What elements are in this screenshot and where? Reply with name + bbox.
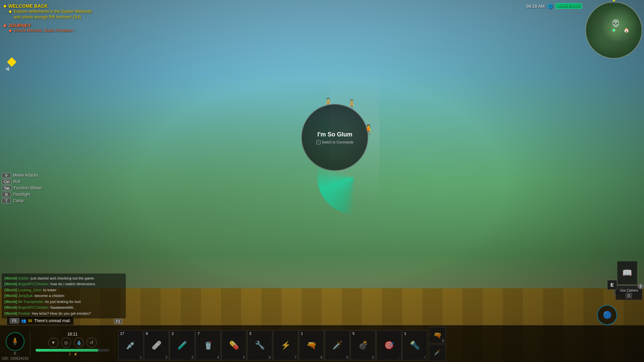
key-v: V — [2, 173, 11, 178]
equip-slot-secondary[interactable]: 🗡️ — [429, 344, 446, 361]
f1-hint: F1 — [114, 318, 122, 324]
chat-text-1: just started and checking out the game — [31, 276, 94, 280]
keybinds-panel: V Melee Attacks Ctrl Roll Tab Function W… — [2, 173, 42, 204]
slot-11-num: - — [399, 356, 400, 359]
minimap-landmark: 💀 — [611, 19, 620, 28]
chat-tag-1: [World] — [4, 276, 17, 280]
spawn-icon: ⚡ — [73, 352, 77, 356]
slot-5-num: 5 — [243, 356, 245, 359]
chat-text-6: faaaawwwkkk.. — [50, 305, 75, 309]
slot-4-count: 7 — [198, 331, 200, 336]
minimap-player — [612, 29, 615, 32]
journey-section: ◆ JOURNEY ◆ Unlock Memetic: Basic Furnit… — [3, 23, 96, 33]
game-time: 16:11 — [67, 332, 77, 337]
diamond-icon-1: ◆ — [3, 4, 6, 8]
slot-3-count: 2 — [172, 331, 174, 336]
chat-text-7: Hey kriss? How do you get emotes? — [32, 311, 91, 315]
compass-icon-1: ▼ — [48, 338, 58, 348]
use-ciphers-button[interactable]: 6 Use Ciphers O — [615, 286, 642, 300]
label-melee: Melee Attacks — [13, 173, 38, 178]
chat-name-2: AngryKFCChicken: — [18, 282, 50, 286]
chat-text-3: to tower — [43, 288, 56, 292]
e-interact-button[interactable]: E — [607, 280, 617, 290]
interaction-wheel[interactable]: 🧍 🧍 🧍 I'm So Glum □ Switch to Commands — [301, 104, 368, 171]
journey-sub: ◆ Unlock Memetic: Basic Furniture I — [9, 28, 96, 33]
hotbar-slots: 17 💉 1 6 🩹 2 2 🧪 3 7 — [115, 325, 427, 362]
use-ciphers-label: Use Ciphers — [619, 289, 639, 292]
player-level-row: 🧍 ⚡ — [68, 352, 77, 356]
status-area: 16:11 ▼ ◎ 💧 ↺ 🧍 ⚡ — [31, 330, 114, 358]
minimap[interactable]: 💀 🏠 — [585, 2, 642, 59]
switch-text: □ Switch to Commands — [316, 140, 354, 144]
chat-text-2: how do i switch dimensions — [50, 282, 95, 286]
health-bar-container — [36, 349, 109, 352]
game-background: 🧍 🧍 🧍 I'm So Glum □ Switch to Commands ◆… — [0, 0, 644, 362]
minimap-container[interactable]: 💀 🏠 ◆ — [585, 2, 642, 59]
uid-text: UID: 150024193 — [2, 356, 29, 360]
slot-7-icon: ⚡ — [281, 341, 291, 350]
player-icon: 🧍 — [10, 337, 19, 346]
keybind-roll: Ctrl Roll — [2, 179, 42, 184]
hotbar-slot-9[interactable]: 🗡️ 9 — [325, 330, 350, 360]
slot-12-num: = — [424, 356, 426, 359]
world-badge: World B-Safe — [555, 3, 582, 9]
hotbar-slot-12[interactable]: 1 🔦 = — [402, 330, 427, 360]
label-function-wheel: Function Wheel — [14, 186, 42, 190]
chat-tag-4: [World] — [4, 294, 17, 298]
slot-9-icon: 🗡️ — [332, 341, 342, 350]
chat-msg-5: [World] Mr.Transphobe: im just looking f… — [4, 299, 123, 305]
chat-text-5: im just looking for loot — [45, 300, 80, 304]
hotbar-slot-6[interactable]: 3 🔧 6 — [247, 330, 272, 360]
hotbar-slot-3[interactable]: 2 🧪 3 — [170, 330, 195, 360]
world-globe-icon: 🌐 — [547, 4, 553, 9]
hotbar-slot-1[interactable]: 17 💉 1 — [118, 330, 143, 360]
slot-1-count: 17 — [120, 331, 124, 336]
chat-name-4: JongSuk: — [18, 294, 34, 298]
hotbar-slot-2[interactable]: 6 🩹 2 — [144, 330, 169, 360]
keybind-flashlight: N Flashlight — [2, 192, 42, 197]
mail-notification[interactable]: F5 👥 ✉ There's unread mail. — [7, 316, 74, 325]
slot-2-count: 6 — [146, 331, 148, 336]
key-t: T — [2, 198, 11, 203]
key-n: N — [2, 192, 11, 197]
chat-tag-2: [World] — [4, 282, 17, 286]
toolbar-player-section: 🧍 B — [0, 330, 30, 357]
chat-tag-3: [World] — [4, 288, 17, 292]
label-roll: Roll — [13, 179, 20, 184]
equip-slot-gun[interactable]: 🔫 E — [429, 327, 446, 344]
player-status-ring: 🧍 — [6, 332, 24, 351]
welcome-back-title: ◆ WELCOME BACK — [3, 3, 96, 9]
chat-msg-1: [World] bobbb: just started and checking… — [4, 276, 123, 281]
group-icon: 👥 — [21, 318, 26, 323]
player-label: 🧍 — [68, 352, 72, 356]
chat-box: [World] bobbb: just started and checking… — [2, 274, 126, 319]
wheel-content: I'm So Glum □ Switch to Commands — [316, 131, 354, 144]
switch-icon: □ — [316, 140, 321, 144]
slot-12-icon: 🔦 — [410, 341, 420, 350]
hotbar-slot-5[interactable]: 💊 5 — [221, 330, 247, 360]
hotbar-slot-7[interactable]: ⚡ 7 — [273, 330, 298, 360]
compass-icon-2: ◎ — [61, 338, 71, 348]
hotbar-slot-10[interactable]: 5 💣 0 — [351, 330, 376, 360]
journey-title: ◆ JOURNEY — [3, 23, 96, 28]
compass-icon-4: ↺ — [87, 338, 97, 348]
hotbar-slot-11[interactable]: 🎯 - — [376, 330, 401, 360]
key-ctrl: Ctrl — [2, 179, 11, 184]
toolbar-inner: 🧍 B 16:11 ▼ ◎ 💧 ↺ — [0, 325, 644, 362]
slot-9-num: 9 — [346, 356, 348, 359]
quest-arrow: ◀ — [5, 65, 9, 72]
npc-name: I'm So Glum — [316, 131, 354, 138]
secondary-icon: 🗡️ — [434, 349, 441, 356]
welcome-back-section: ◆ WELCOME BACK ◆ Explore settlements in … — [3, 3, 96, 20]
slot-3-num: 3 — [191, 356, 193, 359]
slot-1-num: 1 — [140, 356, 142, 359]
chat-msg-4: [World] JongSuk: become a chicken — [4, 293, 123, 299]
hotbar-slot-4[interactable]: 7 🥤 4 — [196, 330, 221, 360]
health-bar — [36, 349, 109, 352]
chat-msg-3: [World] Looking_Grim: to tower — [4, 287, 123, 293]
wheel-outer[interactable]: I'm So Glum □ Switch to Commands — [301, 104, 368, 171]
compass-icon-3: 💧 — [74, 338, 84, 348]
keybind-camp: T Camp — [2, 198, 42, 203]
hotbar-slot-8[interactable]: 1 🔫 8 — [299, 330, 324, 360]
slot-10-icon: 💣 — [358, 341, 368, 350]
